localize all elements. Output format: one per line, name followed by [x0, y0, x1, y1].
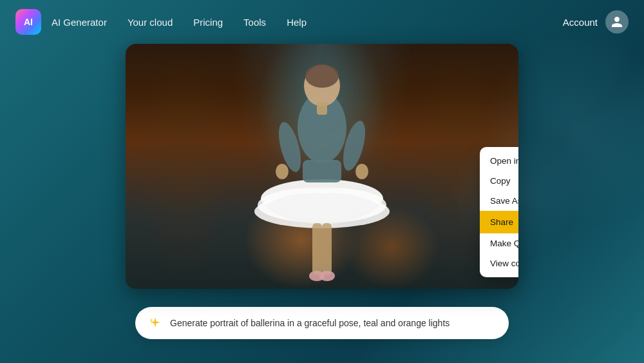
navigation: AI AI Generator Your cloud Pricing Tools…	[0, 0, 644, 44]
svg-rect-3	[317, 102, 327, 115]
context-menu-item-copy[interactable]: Copy	[480, 171, 518, 191]
ballerina-figure	[245, 50, 399, 289]
image-placeholder	[126, 44, 518, 289]
prompt-bar[interactable]: Generate portrait of ballerina in a grac…	[135, 307, 509, 339]
svg-point-15	[319, 271, 335, 281]
sparkle-icon	[148, 316, 162, 330]
nav-link-pricing[interactable]: Pricing	[193, 17, 223, 28]
context-menu-item-share[interactable]: Share	[480, 211, 518, 233]
nav-link-your-cloud[interactable]: Your cloud	[128, 17, 173, 28]
context-menu-item-view-code[interactable]: View code	[480, 253, 518, 273]
nav-links: AI Generator Your cloud Pricing Tools He…	[52, 17, 307, 28]
context-menu-item-make-qr[interactable]: Make QR code	[480, 233, 518, 253]
main-content: Open in new tab Copy Save As... Share	[0, 44, 644, 352]
logo[interactable]: AI	[15, 9, 41, 35]
context-menu-item-save-as[interactable]: Save As...	[480, 191, 518, 211]
svg-point-6	[276, 164, 289, 179]
nav-link-help[interactable]: Help	[287, 17, 307, 28]
logo-text: AI	[24, 17, 33, 27]
svg-point-7	[355, 164, 368, 179]
generated-image-container: Open in new tab Copy Save As... Share	[126, 44, 518, 289]
svg-rect-13	[322, 223, 332, 275]
svg-point-2	[305, 64, 339, 88]
account-link[interactable]: Account	[563, 17, 598, 28]
user-icon	[611, 15, 623, 28]
prompt-text: Generate portrait of ballerina in a grac…	[170, 318, 496, 328]
ballerina-svg	[245, 50, 399, 289]
nav-right: Account	[563, 10, 629, 34]
context-menu-item-open-new-tab[interactable]: Open in new tab	[480, 151, 518, 171]
nav-link-ai-generator[interactable]: AI Generator	[52, 17, 107, 28]
nav-link-tools[interactable]: Tools	[243, 17, 266, 28]
svg-rect-11	[303, 160, 341, 182]
user-avatar[interactable]	[605, 10, 629, 34]
context-menu: Open in new tab Copy Save As... Share	[480, 147, 518, 277]
svg-rect-12	[312, 223, 322, 275]
